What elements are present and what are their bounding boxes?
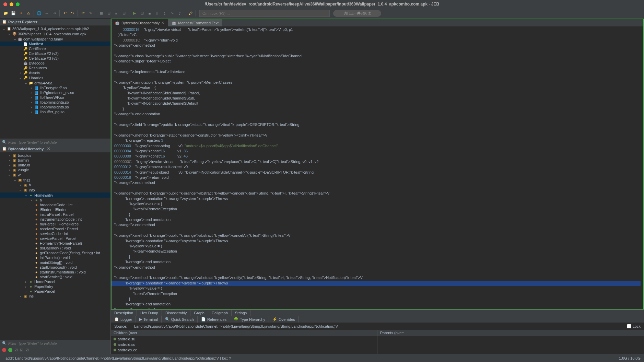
hierarchy-tree-item[interactable]: ●receiverParcel : Parcel [0, 226, 110, 231]
project-tree-item[interactable]: 🔑Resources [0, 66, 110, 70]
code-line[interactable]: 00000012 "k-gray">move-result-object v0 [114, 164, 641, 170]
code-line[interactable]: "k-cyan">INotificationSideChannel$Stub, [114, 96, 641, 101]
code-line[interactable] [114, 48, 641, 54]
project-tree-item[interactable]: ⌄🔑Libraries [0, 75, 110, 80]
hierarchy-tree-item[interactable]: ›●PaperEntry [0, 284, 110, 289]
highlight-icon[interactable]: 🖍 [187, 10, 194, 16]
code-line[interactable]: "k-orange">.super "k-teal">Object [114, 59, 641, 64]
code-line[interactable]: "k-orange">.method "k-orange">static "k-… [114, 133, 641, 138]
code-line[interactable] [114, 64, 641, 69]
tool-tab[interactable]: 📄References [198, 316, 230, 323]
hierarchy-filter-input[interactable] [8, 341, 108, 346]
tool-tab[interactable]: ⚡Overrides [269, 316, 299, 323]
step-out-icon[interactable]: ⤴ [177, 10, 183, 16]
tool-icon[interactable]: ✦ [18, 10, 24, 16]
project-tree-item[interactable]: ›📘libPglmetasec_ov.so [0, 90, 110, 95]
project-tree-item[interactable]: 🔑Certificate [0, 46, 110, 51]
hierarchy-tree-item[interactable]: ›●a [0, 198, 110, 202]
code-line[interactable]: "k-orange">.method "k-orange">public "k-… [114, 275, 641, 280]
code-line[interactable]: "k-yellow">value = { [114, 286, 641, 291]
hierarchy-tree-item[interactable]: ⌄●HomeEntry [0, 192, 110, 198]
project-tree-item[interactable]: 🤖Bytecode [0, 61, 110, 66]
hierarchy-tree[interactable]: ›▣tradplus›▣tramini›▣unity3d›▣vungle⌄▣w⌄… [0, 152, 110, 340]
save-icon[interactable]: 💾 [10, 10, 16, 16]
maximize-window-button[interactable] [16, 2, 20, 6]
tool-tab[interactable]: 🌳Type Hierarchy [230, 316, 269, 323]
child-item[interactable]: androidx.cc [111, 347, 377, 353]
code-line[interactable]: 00000014 "k-gray">sput-object v0, "k-cya… [114, 170, 641, 175]
tree-icon[interactable]: ⊞ [106, 10, 112, 16]
edit-icon[interactable]: ✎ [87, 10, 94, 16]
code-line[interactable]: 00000000 "k-gray">const-string v0, "andr… [114, 143, 641, 149]
code-line[interactable]: } [114, 296, 641, 302]
hierarchy-tree-item[interactable]: ›▣tradplus [0, 153, 110, 158]
omnibox-input[interactable] [199, 10, 330, 17]
child-item[interactable]: android.su [111, 336, 377, 342]
pause-icon[interactable]: ⏸ [154, 10, 160, 16]
code-line[interactable]: 00000016 "k-gray">invoke-virtual "k-teal… [114, 27, 641, 32]
hierarchy-tree-item[interactable]: ›●HomeParcel [0, 279, 110, 284]
editor-tab[interactable]: 🤖Bytecode/Disassembly✕ [112, 19, 168, 26]
code-line[interactable] [114, 117, 641, 122]
code-line[interactable]: "k-teal">RemoteException [114, 291, 641, 296]
tool-tab[interactable]: 📋Logger [111, 316, 136, 323]
warning-icon[interactable]: ⚠ [25, 10, 32, 16]
code-line[interactable]: "k-yellow">value = { [114, 85, 641, 90]
stop-icon[interactable]: ■ [147, 10, 153, 16]
hierarchy-tree-item[interactable]: ›▣unity3d [0, 163, 110, 167]
project-tree-item[interactable]: ⌄📦360Wallpaper_1.0.4_apkcombo.com.apk [0, 31, 110, 36]
project-tree-item[interactable]: ›📘libThreeWP.so [0, 95, 110, 100]
undo-icon[interactable]: ↶ [62, 10, 68, 16]
code-line[interactable]: "k-orange">.method "k-orange">public "k-… [114, 233, 641, 238]
hierarchy-tree-item[interactable]: ●startService() : void [0, 275, 110, 279]
code-line[interactable]: )"k-teal">C [114, 32, 641, 37]
code-line[interactable] [114, 75, 641, 80]
hierarchy-tree-item[interactable]: ●doDaemon() : void [0, 246, 110, 250]
code-line[interactable]: "k-orange">.class "k-orange">public "k-o… [114, 54, 641, 59]
code-line[interactable] [114, 228, 641, 233]
hierarchy-tree-item[interactable]: ●serviceCode : int [0, 231, 110, 236]
project-tree-item[interactable]: 📄Manifest [0, 42, 110, 46]
code-line[interactable]: "k-cyan">INotificationSideChannel$Defaul… [114, 101, 641, 106]
hierarchy-tree-item[interactable]: ●getTransactCode(String, String) : int [0, 250, 110, 255]
editor-tab[interactable]: 🤖Manifest/Formatted Text [168, 19, 222, 26]
refresh-icon[interactable]: ⟳ [80, 10, 86, 16]
project-tree[interactable]: ⌄📋360Wallpaper_1.0.4_apkcombo.com.apk.jd… [0, 25, 110, 139]
globe-icon[interactable]: 🌐 [36, 10, 42, 16]
code-line[interactable]: 0000000C "k-gray">invoke-virtual "k-teal… [114, 159, 641, 164]
project-tree-item[interactable]: ›📘libbuffer_pg.so [0, 109, 110, 114]
redo-icon[interactable]: ↷ [69, 10, 75, 16]
hierarchy-tree-item[interactable]: ⌄▣thsz [0, 177, 110, 183]
code-line[interactable]: "k-orange">.field "k-orange">public "k-o… [114, 122, 641, 127]
child-item[interactable]: android.su [111, 342, 377, 347]
code-line[interactable]: "k-orange">.annotation "k-orange">system… [114, 196, 641, 201]
hierarchy-tree-item[interactable]: ●HomeEntry(HomeParcel) [0, 241, 110, 246]
project-tree-item[interactable]: 🔑Certificate #3 (v3) [0, 56, 110, 61]
bottom-tab[interactable]: Graph [190, 310, 208, 316]
list-icon[interactable]: ≡ [113, 10, 119, 16]
code-line[interactable] [114, 186, 641, 191]
code-line[interactable]: "k-orange">.end annotation [114, 302, 641, 307]
code-line[interactable]: "k-orange">.end method [114, 265, 641, 270]
code-line[interactable]: "k-orange">.annotation "k-orange">system… [114, 238, 641, 244]
action-check3[interactable]: ☑ [25, 348, 29, 352]
project-tree-item[interactable]: ›📘libEncryptorP.so [0, 85, 110, 90]
forward-icon[interactable]: → [44, 10, 50, 16]
code-line[interactable]: "k-orange">.method "k-orange">public "k-… [114, 191, 641, 196]
hierarchy-tree-item[interactable]: ●broadcastCode : int [0, 202, 110, 207]
project-tree-item[interactable]: ⌄📁arm64-v8a [0, 80, 110, 85]
hierarchy-tree-item[interactable]: ●instrumentationCode : int [0, 217, 110, 222]
hierarchy-tree-item[interactable]: ●main(String[]) : void [0, 260, 110, 265]
hierarchy-tree-item[interactable]: ●iBinder : IBinder [0, 207, 110, 212]
bottom-tab[interactable]: Callgraph [208, 310, 232, 316]
hierarchy-tree-item[interactable]: ›▣tramini [0, 158, 110, 163]
project-tree-item[interactable]: ⌄🤖com.wallpaper.hd.funny [0, 36, 110, 42]
hierarchy-tree-item[interactable]: ›▣ins [0, 294, 110, 299]
hierarchy-tree-item[interactable]: ›▣vungle [0, 167, 110, 172]
code-line[interactable]: "k-yellow">value = { [114, 201, 641, 207]
code-line[interactable]: "k-teal">RemoteException [114, 249, 641, 254]
action-check1[interactable]: ☑ [14, 348, 18, 352]
close-icon[interactable]: ✕ [47, 147, 50, 151]
hierarchy-tree-item[interactable]: ⌄▣info [0, 187, 110, 192]
hierarchy-tree-item[interactable]: ⌄▣w [0, 172, 110, 177]
